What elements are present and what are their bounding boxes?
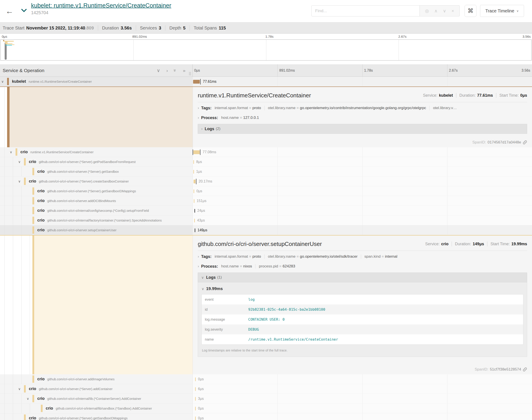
prev-result-icon[interactable]: ∧ bbox=[434, 8, 438, 14]
logs-toggle[interactable]: › Logs (2) bbox=[198, 124, 527, 134]
tags-row[interactable]: › Tags: internal.span.format=proto otel.… bbox=[198, 103, 527, 113]
trace-title-link[interactable]: kubelet: runtime.v1.RuntimeService/Creat… bbox=[31, 2, 171, 9]
span-row[interactable]: ∨ crio github.com/cri-o/cri-o/internal/l… bbox=[0, 394, 532, 404]
view-type-dropdown[interactable]: Trace Timeline ∨ bbox=[480, 5, 524, 17]
span-row[interactable]: crio github.com/cri-o/cri-o/internal/lib… bbox=[0, 404, 532, 413]
span-duration-bar[interactable] bbox=[194, 180, 196, 183]
collapse-one-icon[interactable]: ∨ bbox=[157, 68, 160, 73]
span-row[interactable]: crio github.com/cri-o/cri-o/server.(*Ser… bbox=[0, 186, 532, 196]
span-name-cell[interactable]: ∨ crio github.com/cri-o/cri-o/internal/l… bbox=[0, 394, 193, 404]
span-duration-bar[interactable] bbox=[195, 397, 196, 401]
span-row[interactable]: ∨ kubelet runtime.v1.RuntimeService/Crea… bbox=[0, 77, 532, 87]
span-duration-bar[interactable] bbox=[194, 199, 194, 203]
span-timeline-cell[interactable]: 77.61ms bbox=[193, 77, 532, 87]
span-name-cell[interactable]: crio github.com/cri-o/cri-o/server.addIm… bbox=[0, 374, 193, 384]
span-service: crio bbox=[37, 396, 45, 401]
span-timeline-cell[interactable]: 0μs bbox=[193, 413, 532, 420]
span-row[interactable]: crio github.com/cri-o/cri-o/internal/fac… bbox=[0, 216, 532, 225]
span-name-cell[interactable]: ∨ crio github.com/cri-o/cri-o/server.(*S… bbox=[0, 157, 193, 167]
span-name-cell[interactable]: crio github.com/cri-o/cri-o/server.(*Ser… bbox=[0, 167, 193, 177]
detail-span-title: runtime.v1.RuntimeService/CreateContaine… bbox=[198, 92, 311, 99]
row-expander-icon[interactable]: ∨ bbox=[18, 180, 21, 183]
timeline-minimap[interactable] bbox=[0, 40, 532, 60]
span-duration-bar[interactable] bbox=[195, 387, 196, 391]
span-duration-bar[interactable] bbox=[193, 170, 194, 174]
span-name-cell[interactable]: ∨ crio github.com/cri-o/cri-o/server.(*S… bbox=[0, 384, 193, 394]
span-timeline-cell[interactable]: 20.17ms bbox=[193, 177, 532, 186]
span-timeline-cell[interactable]: 149μs bbox=[193, 225, 532, 235]
span-timeline-cell[interactable]: 3μs bbox=[193, 394, 532, 404]
collapse-all-icon[interactable]: » bbox=[173, 69, 178, 72]
span-timeline-cell[interactable]: 6μs bbox=[193, 384, 532, 394]
logs-toggle[interactable]: ∨ Logs (1) bbox=[198, 272, 527, 282]
deep-link-icon[interactable] bbox=[523, 367, 527, 372]
process-row[interactable]: › Process: host.name=127.0.0.1 bbox=[198, 113, 527, 123]
service-label: Service: bbox=[423, 93, 438, 98]
span-duration-bar[interactable] bbox=[195, 407, 196, 410]
span-timeline-cell[interactable]: 43μs bbox=[193, 216, 532, 225]
span-timeline-cell[interactable]: 1μs bbox=[193, 167, 532, 177]
chevron-right-icon: › bbox=[198, 255, 199, 258]
column-resize-handle[interactable] bbox=[189, 72, 191, 75]
span-duration-bar[interactable] bbox=[194, 189, 194, 193]
span-row[interactable]: ∨ crio runtime.v1.RuntimeService/CreateC… bbox=[0, 147, 532, 157]
span-row[interactable]: crio github.com/cri-o/cri-o/server.addIm… bbox=[0, 374, 532, 384]
span-duration-bar[interactable] bbox=[193, 160, 194, 164]
span-name-cell[interactable]: crio github.com/cri-o/cri-o/internal/fac… bbox=[0, 216, 193, 225]
trace-title-chevron[interactable] bbox=[21, 8, 27, 13]
log-entry-toggle[interactable]: ∨ 19.99ms bbox=[202, 286, 523, 291]
deep-link-icon[interactable] bbox=[523, 140, 527, 145]
span-name-cell[interactable]: ∨ kubelet runtime.v1.RuntimeService/Crea… bbox=[0, 77, 193, 87]
row-expander-icon[interactable]: ∨ bbox=[18, 160, 21, 164]
span-duration-bar[interactable] bbox=[195, 377, 196, 381]
span-row[interactable]: crio github.com/cri-o/cri-o/internal/con… bbox=[0, 206, 532, 216]
span-name-cell[interactable]: crio github.com/cri-o/cri-o/internal/con… bbox=[0, 206, 193, 216]
span-timeline-cell[interactable]: 151μs bbox=[193, 196, 532, 206]
span-row[interactable]: ∨ crio github.com/cri-o/cri-o/server.(*S… bbox=[0, 384, 532, 394]
span-service: crio bbox=[29, 159, 36, 164]
span-timeline-cell[interactable]: 24μs bbox=[193, 206, 532, 216]
span-timeline-cell[interactable]: 8μs bbox=[193, 157, 532, 167]
span-row[interactable]: crio github.com/cri-o/cri-o/server.setup… bbox=[0, 225, 532, 235]
span-name-cell[interactable]: ∨ crio runtime.v1.RuntimeService/CreateC… bbox=[0, 147, 193, 157]
row-expander-icon[interactable]: ∨ bbox=[1, 80, 4, 84]
span-rows: ∨ kubelet runtime.v1.RuntimeService/Crea… bbox=[0, 77, 532, 420]
expand-one-icon[interactable]: › bbox=[166, 68, 168, 73]
keyboard-shortcuts-button[interactable]: ⌘ bbox=[465, 5, 477, 17]
span-row[interactable]: crio github.com/cri-o/cri-o/server.addOC… bbox=[0, 196, 532, 206]
span-name-cell[interactable]: crio github.com/cri-o/cri-o/server.(*Ser… bbox=[0, 413, 193, 420]
tags-row[interactable]: › Tags: internal.span.format=proto otel.… bbox=[198, 252, 527, 261]
span-timeline-cell[interactable]: 0μs bbox=[193, 404, 532, 413]
span-duration-bar[interactable] bbox=[193, 80, 200, 84]
span-timeline-cell[interactable]: 0μs bbox=[193, 186, 532, 196]
expand-all-icon[interactable]: » bbox=[183, 68, 186, 73]
span-duration-bar[interactable] bbox=[195, 228, 195, 232]
span-row[interactable]: crio github.com/cri-o/cri-o/server.(*Ser… bbox=[0, 413, 532, 420]
service-color-bar bbox=[32, 395, 34, 402]
span-name-cell[interactable]: ∨ crio github.com/cri-o/cri-o/server.(*S… bbox=[0, 177, 193, 186]
span-timeline-cell[interactable]: 77.08ms bbox=[193, 147, 532, 157]
span-duration-bar[interactable] bbox=[195, 417, 196, 420]
span-name-cell[interactable]: crio github.com/cri-o/cri-o/server.addOC… bbox=[0, 196, 193, 206]
span-name-cell[interactable]: crio github.com/cri-o/cri-o/server.(*Ser… bbox=[0, 186, 193, 196]
find-input[interactable] bbox=[311, 5, 420, 16]
span-row[interactable]: ∨ crio github.com/cri-o/cri-o/server.(*S… bbox=[0, 177, 532, 186]
next-result-icon[interactable]: ∨ bbox=[443, 8, 446, 14]
span-name-cell[interactable]: crio github.com/cri-o/cri-o/internal/lib… bbox=[0, 404, 193, 413]
clear-search-icon[interactable]: × bbox=[452, 8, 454, 14]
span-row[interactable]: crio github.com/cri-o/cri-o/server.(*Ser… bbox=[0, 167, 532, 177]
back-button[interactable]: ← bbox=[4, 5, 15, 17]
span-timeline-cell[interactable]: 0μs bbox=[193, 374, 532, 384]
span-row[interactable]: ∨ crio github.com/cri-o/cri-o/server.(*S… bbox=[0, 157, 532, 167]
ruler-tick: 3.56s bbox=[522, 69, 530, 73]
span-duration-bar[interactable] bbox=[194, 219, 195, 223]
span-name-cell[interactable]: crio github.com/cri-o/cri-o/server.setup… bbox=[0, 225, 193, 235]
locate-icon[interactable]: ◎ bbox=[425, 8, 429, 14]
span-duration-bar[interactable] bbox=[194, 209, 195, 213]
row-expander-icon[interactable]: ∨ bbox=[27, 397, 29, 401]
process-row[interactable]: › Process: host.name=nixos process.pid=6… bbox=[198, 261, 527, 271]
span-operation: github.com/cri-o/cri-o/server.(*Server).… bbox=[39, 160, 136, 164]
row-expander-icon[interactable]: ∨ bbox=[18, 387, 21, 391]
row-expander-icon[interactable]: ∨ bbox=[10, 150, 12, 154]
span-duration-bar[interactable] bbox=[193, 150, 200, 154]
